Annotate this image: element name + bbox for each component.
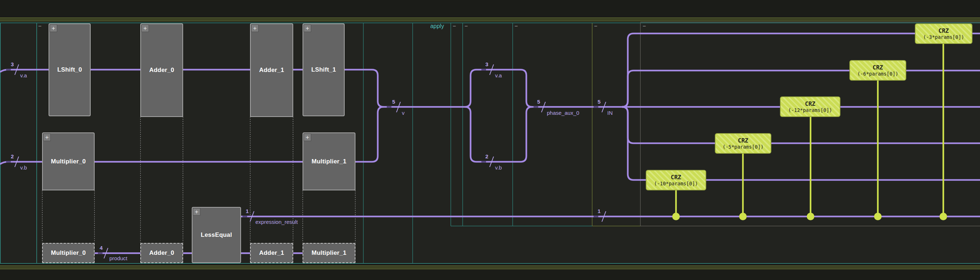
control-dot xyxy=(874,213,882,220)
gate-box-label: Adder_0 xyxy=(149,250,174,257)
gate-box-multiplier-0-bottom[interactable]: Multiplier_0 xyxy=(42,243,95,263)
crz-gate-neg5[interactable]: CRZ (-5*params[0]) xyxy=(715,133,772,154)
gate-box-label: Adder_1 xyxy=(259,67,284,74)
crz-gate-name: CRZ xyxy=(805,100,816,107)
gate-box-adder-0-bottom[interactable]: Adder_0 xyxy=(140,243,183,263)
circuit-canvas: − − − − − − apply LShift_0 + Adder_0 + A… xyxy=(0,0,980,280)
wire-name-va: v.a xyxy=(20,72,27,78)
collapse-button[interactable]: − xyxy=(594,23,597,29)
crz-gate-neg6[interactable]: CRZ (-6*params[0]) xyxy=(850,60,906,81)
collapse-button[interactable]: − xyxy=(38,23,41,29)
crz-gate-param: (-3*params[0]) xyxy=(923,34,964,40)
expand-button[interactable]: + xyxy=(251,24,259,32)
expand-button[interactable]: + xyxy=(304,24,311,32)
wire-name-expression-result: expression_result xyxy=(255,219,298,225)
frame-top-lines xyxy=(0,18,980,23)
expand-button[interactable]: + xyxy=(193,208,200,216)
gate-box-label: Adder_1 xyxy=(259,250,284,257)
crz-gate-name: CRZ xyxy=(738,137,748,144)
crz-gate-neg3[interactable]: CRZ (-3*params[0]) xyxy=(915,23,972,44)
collapse-button[interactable]: − xyxy=(514,23,518,29)
expand-button[interactable]: + xyxy=(50,24,57,32)
gate-box-label: Multiplier_0 xyxy=(51,250,86,257)
wire-width-in: 5 xyxy=(598,99,600,105)
wire-width-v: 5 xyxy=(392,99,395,105)
gate-box-label: Multiplier_1 xyxy=(312,158,347,165)
wire-name-product: product xyxy=(109,255,127,261)
crz-gate-param: (-12*params[0]) xyxy=(788,107,832,113)
control-dot xyxy=(940,213,947,220)
collapse-button[interactable]: − xyxy=(465,23,468,29)
crz-gate-neg12[interactable]: CRZ (-12*params[0]) xyxy=(780,97,840,117)
gate-box-adder-0-top[interactable]: Adder_0 + xyxy=(140,23,183,117)
expand-button[interactable]: + xyxy=(43,134,51,141)
crz-gate-param: (-6*params[0]) xyxy=(858,71,898,77)
collapse-button[interactable]: − xyxy=(643,23,646,29)
wire-name-vb: v.b xyxy=(20,164,27,170)
crz-gate-name: CRZ xyxy=(671,174,681,181)
gate-box-lshift-1[interactable]: LShift_1 + xyxy=(302,23,345,116)
control-dot xyxy=(739,213,747,220)
gate-box-lshift-0[interactable]: LShift_0 + xyxy=(49,23,91,116)
crz-gate-name: CRZ xyxy=(939,27,949,34)
gate-box-label: LShift_1 xyxy=(311,66,336,73)
wire-name-phase-aux: phase_aux_0 xyxy=(547,110,579,116)
wire-width-expression-result-2: 1 xyxy=(598,208,600,214)
wire-width-phase-aux: 5 xyxy=(537,99,540,105)
frame-bottom-lines xyxy=(0,263,980,269)
gate-box-less-equal[interactable]: LessEqual + xyxy=(192,207,241,263)
crz-gate-name: CRZ xyxy=(873,64,883,71)
apply-container-label: apply xyxy=(425,23,450,30)
wire-name-va-mid: v.a xyxy=(495,72,502,78)
gate-box-label: Adder_0 xyxy=(149,67,174,74)
gate-box-label: LessEqual xyxy=(201,231,232,239)
gate-box-multiplier-1-mid[interactable]: Multiplier_1 + xyxy=(302,132,355,190)
wire-width-expression-result: 1 xyxy=(246,208,248,214)
gate-box-label: Multiplier_1 xyxy=(312,250,347,257)
expand-button[interactable]: + xyxy=(142,24,149,32)
gate-box-adder-1-top[interactable]: Adder_1 + xyxy=(250,23,293,117)
crz-gate-param: (-10*params[0]) xyxy=(654,181,698,186)
wire-width-va: 3 xyxy=(11,61,14,67)
collapse-button[interactable]: − xyxy=(453,23,456,29)
wire-name-in: IN xyxy=(607,110,612,116)
gate-box-multiplier-0-mid[interactable]: Multiplier_0 + xyxy=(42,132,95,190)
wire-width-vb: 2 xyxy=(11,153,14,159)
wire-name-v: v xyxy=(402,110,405,116)
wire-width-vb-mid: 2 xyxy=(485,153,488,159)
wire-width-product: 4 xyxy=(100,245,103,251)
gate-box-adder-1-bottom[interactable]: Adder_1 xyxy=(250,243,293,263)
crz-gate-param: (-5*params[0]) xyxy=(723,144,764,150)
wire-width-va-mid: 3 xyxy=(485,61,488,67)
gate-box-label: Multiplier_0 xyxy=(51,158,86,165)
wire-name-vb-mid: v.b xyxy=(495,164,502,170)
expand-button[interactable]: + xyxy=(304,134,311,141)
control-dot xyxy=(807,213,815,220)
gate-box-multiplier-1-bottom[interactable]: Multiplier_1 xyxy=(302,243,355,263)
gate-box-label: LShift_0 xyxy=(57,66,82,73)
control-dot xyxy=(672,213,680,220)
crz-gate-neg10[interactable]: CRZ (-10*params[0]) xyxy=(646,170,706,190)
